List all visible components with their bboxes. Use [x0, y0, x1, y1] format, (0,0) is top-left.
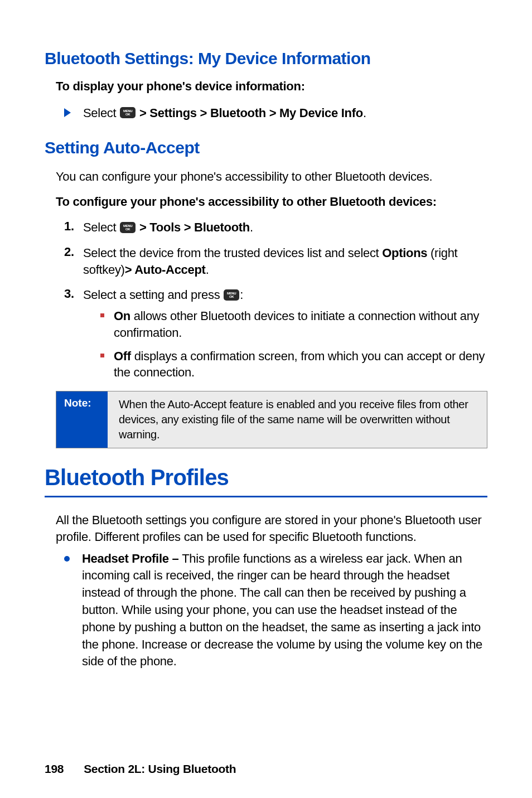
- page-footer: 198Section 2L: Using Bluetooth: [45, 762, 236, 776]
- subhead-configure: To configure your phone's accessibility …: [56, 195, 487, 209]
- text: This profile functions as a wireless ear…: [82, 552, 482, 669]
- text: Select: [83, 106, 119, 120]
- text: displays a confirmation screen, from whi…: [114, 349, 485, 380]
- step-text: Select a setting and press MENUOK:: [83, 287, 243, 303]
- step-text: Select MENUOK > Tools > Bluetooth.: [83, 219, 253, 236]
- step-3: 3. Select a setting and press MENUOK:: [64, 287, 487, 303]
- text: allows other Bluetooth devices to initia…: [114, 309, 479, 340]
- subhead-device-info: To display your phone's device informati…: [56, 79, 487, 94]
- note-box: Note: When the Auto-Accept feature is en…: [56, 391, 487, 448]
- menu-path: > Settings > Bluetooth > My Device Info: [136, 106, 363, 120]
- step-1: 1. Select MENUOK > Tools > Bluetooth.: [64, 219, 487, 236]
- page-number: 198: [45, 762, 64, 776]
- arrow-icon: [64, 108, 71, 117]
- text: .: [250, 220, 253, 234]
- intro-auto-accept: You can configure your phone's accessibi…: [56, 168, 487, 185]
- step-number: 2.: [64, 245, 83, 259]
- menu-path: > Tools > Bluetooth: [136, 220, 250, 234]
- text-bold: Headset Profile –: [82, 552, 182, 565]
- text: Select a setting and press: [83, 288, 223, 302]
- step-number: 1.: [64, 219, 83, 234]
- text: .: [206, 263, 209, 277]
- intro-profiles: All the Bluetooth settings you configure…: [56, 512, 487, 546]
- dot-bullet-icon: [64, 556, 70, 562]
- heading-bt-settings: Bluetooth Settings: My Device Informatio…: [45, 49, 487, 68]
- sub-text: On allows other Bluetooth devices to ini…: [114, 308, 487, 341]
- sub-bullet-on: On allows other Bluetooth devices to ini…: [100, 308, 487, 341]
- text-bold: Options: [382, 246, 427, 260]
- text-bold: On: [114, 309, 130, 323]
- heading-bt-profiles: Bluetooth Profiles: [45, 465, 487, 497]
- text-bold: Off: [114, 349, 131, 363]
- section-label: Section 2L: Using Bluetooth: [84, 762, 236, 775]
- key-label: OK: [229, 295, 234, 298]
- menu-ok-key-icon: MENUOK: [120, 222, 136, 233]
- key-label: OK: [125, 113, 130, 116]
- step-number: 3.: [64, 287, 83, 301]
- heading-auto-accept: Setting Auto-Accept: [45, 138, 487, 157]
- note-text: When the Auto-Accept feature is enabled …: [108, 391, 487, 448]
- square-bullet-icon: [100, 313, 104, 317]
- menu-ok-key-icon: MENUOK: [120, 107, 136, 118]
- text: .: [363, 106, 366, 120]
- bullet-headset-profile: Headset Profile – This profile functions…: [64, 550, 487, 671]
- menu-ok-key-icon: MENUOK: [224, 289, 239, 301]
- text: Select: [83, 220, 119, 234]
- step-text: Select MENUOK > Settings > Bluetooth > M…: [83, 105, 366, 122]
- key-label: OK: [125, 228, 130, 231]
- step-2: 2. Select the device from the trusted de…: [64, 245, 487, 278]
- square-bullet-icon: [100, 354, 104, 357]
- bullet-text: Headset Profile – This profile functions…: [82, 550, 487, 671]
- step-device-info: Select MENUOK > Settings > Bluetooth > M…: [64, 105, 487, 122]
- sub-bullet-off: Off displays a confirmation screen, from…: [100, 348, 487, 381]
- text: :: [240, 288, 243, 302]
- step-text: Select the device from the trusted devic…: [83, 245, 487, 278]
- sub-text: Off displays a confirmation screen, from…: [114, 348, 487, 381]
- sub-bullet-list: On allows other Bluetooth devices to ini…: [100, 308, 487, 381]
- text: Select the device from the trusted devic…: [83, 246, 382, 260]
- text-bold: > Auto-Accept: [125, 263, 206, 277]
- note-label: Note:: [56, 391, 108, 448]
